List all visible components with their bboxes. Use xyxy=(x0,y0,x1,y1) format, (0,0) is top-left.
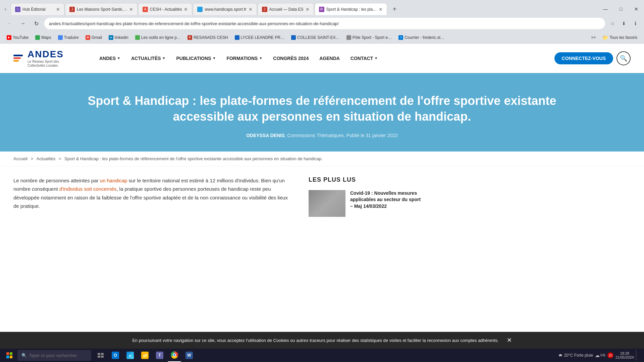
bookmark-favicon-polesport xyxy=(346,35,351,40)
tab-dataes[interactable]: J Accueil — Data ES ✕ xyxy=(258,3,314,15)
tab-andes[interactable]: W Sport & Handicap : les pla… ✕ xyxy=(315,3,387,15)
logo-stripe-3 xyxy=(13,60,19,62)
bookmark-label-youtube: YouTube xyxy=(13,35,29,40)
tab-close-handicaps[interactable]: ✕ xyxy=(249,7,253,12)
taskbar-outlook[interactable]: O xyxy=(109,349,122,362)
svg-rect-3 xyxy=(10,356,12,358)
article-link-individus[interactable]: d'individus soit concernés xyxy=(59,186,116,192)
tab-scroll-left[interactable]: ‹ xyxy=(0,4,11,14)
breadcrumb-home[interactable]: Accueil xyxy=(13,156,28,161)
breadcrumb-sep-1: > xyxy=(31,156,35,161)
browser-window: ‹ ⬡ Hub Éditorial ✕ J Les Maisons Sport-… xyxy=(0,0,644,44)
bookmark-traduire[interactable]: Traduire xyxy=(55,35,82,41)
nav-publications[interactable]: PUBLICATIONS ▼ xyxy=(172,53,221,64)
start-button[interactable] xyxy=(3,349,16,362)
main-content: Le nombre de personnes atteintes par un … xyxy=(0,166,644,227)
notification-badge[interactable]: 20 xyxy=(607,352,613,358)
taskbar-chrome[interactable] xyxy=(168,349,181,362)
bookmark-star-button[interactable]: ☆ xyxy=(608,19,617,28)
address-input[interactable] xyxy=(44,18,605,29)
bookmarks-more-button[interactable]: >> xyxy=(588,35,598,41)
sidebar-card-image xyxy=(309,190,345,217)
tab-hub[interactable]: ⬡ Hub Éditorial ✕ xyxy=(11,3,64,15)
nav-andes-label: ANDES xyxy=(99,56,116,61)
page-content: ANDES Le Réseau Sport des Collectivités … xyxy=(0,44,644,227)
tab-handicaps[interactable]: 🌐 www.handicaps.sport.fr ✕ xyxy=(193,3,257,15)
search-button[interactable]: 🔍 xyxy=(616,51,631,65)
minimize-button[interactable]: — xyxy=(598,4,613,14)
new-tab-button[interactable]: + xyxy=(389,4,400,14)
info-button[interactable]: ℹ xyxy=(631,19,640,28)
bookmark-college[interactable]: COLLEGE SAINT-EX… xyxy=(288,35,342,41)
bookmark-outils[interactable]: Les outils en ligne p… xyxy=(132,35,183,41)
address-actions: ☆ ⬇ ℹ xyxy=(608,19,640,28)
taskbar-search-bar[interactable]: 🔍 xyxy=(17,350,91,361)
bookmark-gmail[interactable]: M Gmail xyxy=(83,35,105,41)
outlook-icon: O xyxy=(112,352,119,359)
cookie-banner: En poursuivant votre navigation sur ce s… xyxy=(0,332,644,349)
taskbar-word[interactable]: W xyxy=(182,349,196,362)
tab-close-hub[interactable]: ✕ xyxy=(56,7,60,12)
breadcrumb-actualites[interactable]: Actualités xyxy=(37,156,55,161)
taskbar-search-input[interactable] xyxy=(29,353,83,358)
logo-stripe-2 xyxy=(13,57,21,59)
maximize-button[interactable]: □ xyxy=(613,4,629,14)
taskbar-taskview[interactable] xyxy=(94,349,107,362)
site-header: ANDES Le Réseau Sport des Collectivités … xyxy=(0,44,644,73)
nav-actualites-label: ACTUALITÉS xyxy=(131,56,161,61)
article-paragraph-1: Le nombre de personnes atteintes par un … xyxy=(13,176,288,210)
svg-rect-1 xyxy=(10,352,12,355)
bookmark-favicon-college xyxy=(291,35,296,40)
taskbar-explorer[interactable]: 📁 xyxy=(138,349,152,362)
close-button[interactable]: ✕ xyxy=(629,4,644,14)
taskbar-teams[interactable]: T xyxy=(153,349,166,362)
taskview-icon xyxy=(98,353,104,358)
bookmark-linkedin[interactable]: in linkedin xyxy=(106,35,131,41)
nav-formations-label: FORMATIONS xyxy=(226,56,258,61)
hero-title: Sport & Handicap : les plate-formes de r… xyxy=(67,93,577,125)
bookmark-maps[interactable]: Maps xyxy=(33,35,54,41)
sidebar-card-title[interactable]: Covid-19 : Nouvelles mesures applicables… xyxy=(350,190,423,210)
tab-close-andes[interactable]: ✕ xyxy=(379,7,383,12)
tab-label-handicaps: www.handicaps.sport.fr xyxy=(205,7,246,12)
tab-maisons[interactable]: J Les Maisons Sport-Santé,… ✕ xyxy=(65,3,138,15)
taskbar-edge[interactable]: e xyxy=(123,349,137,362)
taskbar-clock[interactable]: 18:28 21/05/2024 xyxy=(615,351,634,359)
tab-close-maisons[interactable]: ✕ xyxy=(129,7,133,12)
nav-agenda[interactable]: AGENDA xyxy=(315,53,344,64)
nav-andes[interactable]: ANDES ▼ xyxy=(95,53,125,64)
logo-subtext: Le Réseau Sport des Collectivités Locale… xyxy=(28,60,74,68)
nav-publications-label: PUBLICATIONS xyxy=(176,56,211,61)
reload-button[interactable]: ↻ xyxy=(31,18,42,29)
tab-close-cesh[interactable]: ✕ xyxy=(184,7,188,12)
nav-formations[interactable]: FORMATIONS ▼ xyxy=(222,53,267,64)
sidebar-card-covid: Covid-19 : Nouvelles mesures applicables… xyxy=(309,190,423,217)
bookmark-courrier[interactable]: O Courrier - frederic.st… xyxy=(396,35,447,41)
cookie-close-button[interactable]: ✕ xyxy=(507,337,512,344)
bookmark-resanads[interactable]: R RESANADS CESH xyxy=(185,35,231,41)
nav-actualites[interactable]: ACTUALITÉS ▼ xyxy=(126,53,170,64)
article-body: Le nombre de personnes atteintes par un … xyxy=(13,176,288,217)
nav-congres-label: CONGRÈS 2024 xyxy=(273,56,309,61)
tab-close-dataes[interactable]: ✕ xyxy=(306,7,310,12)
download-button[interactable]: ⬇ xyxy=(619,19,629,28)
back-button[interactable]: ← xyxy=(4,18,15,29)
word-icon: W xyxy=(185,352,193,359)
bookmark-polesport[interactable]: Pôle Sport - Sport e… xyxy=(344,35,394,41)
show-desktop-button[interactable] xyxy=(636,350,638,361)
forward-button[interactable]: → xyxy=(17,18,28,29)
nav-congres[interactable]: CONGRÈS 2024 xyxy=(268,53,313,64)
hero-date: Publié le 31 janvier 2022 xyxy=(346,133,398,138)
breadcrumb-sep-2: > xyxy=(59,156,62,161)
svg-rect-4 xyxy=(98,353,100,355)
bookmark-favicon-resanads: R xyxy=(187,35,192,40)
nav-contact[interactable]: CONTACT ▼ xyxy=(346,53,382,64)
taskbar-weather[interactable]: 🌧 20°C Forte pluie xyxy=(558,353,593,358)
article-link-handicap[interactable]: un handicap xyxy=(100,178,127,183)
connect-button[interactable]: CONNECTEZ-VOUS xyxy=(554,52,613,64)
tab-cesh[interactable]: A CESH - Actualités ✕ xyxy=(138,3,192,15)
tab-label-cesh: CESH - Actualités xyxy=(150,7,182,12)
bookmarks-all-button[interactable]: 📁 Tous les favoris xyxy=(600,34,640,41)
bookmark-lycee[interactable]: LYCEE LEANDRE PR… xyxy=(232,35,287,41)
bookmark-youtube[interactable]: ▶ YouTube xyxy=(4,35,31,41)
